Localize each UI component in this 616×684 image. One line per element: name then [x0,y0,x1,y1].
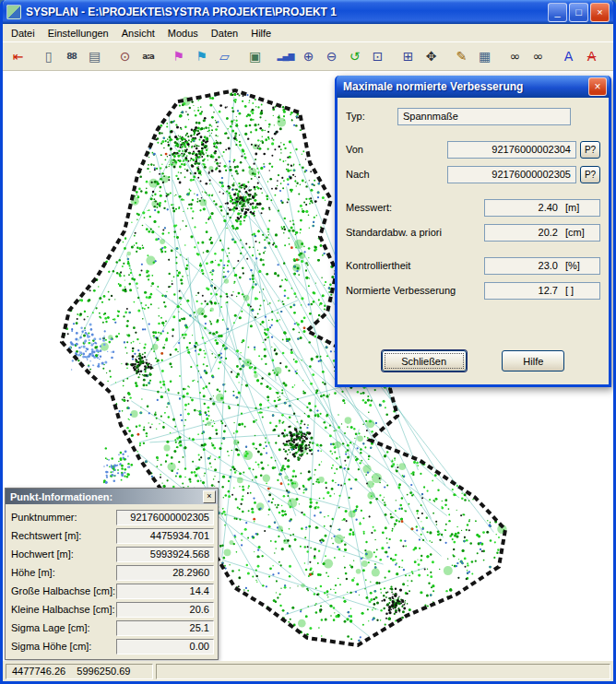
panel-title: Punkt-Informationen: [10,491,203,502]
pinfo-label-sigma-hoehe: Sigma Höhe [cm]: [11,641,116,652]
field-normierte-verbesserung: 12.7[ ] [484,282,600,300]
polygon-select-icon[interactable]: ▱ [213,45,236,67]
pan-icon[interactable]: ✥ [420,45,443,67]
menubar: DateiEinstellungenAnsichtModusDatenHilfe [3,24,613,42]
field-messwert: 2.40[m] [484,199,600,217]
label-standardabw-a-priori: Standardabw. a priori [346,227,484,238]
p-lookup-von-button[interactable]: P? [580,141,600,159]
text-icon[interactable]: A [557,45,580,67]
window-controls: _□× [548,3,610,22]
pinfo-value-punktnummer: 92176000002305 [116,510,214,525]
field-von: 92176000002304 [447,141,576,159]
minimize-button[interactable]: _ [548,3,567,22]
dialog-close-button[interactable]: × [588,77,607,96]
pinfo-row-hoehe: Höhe [m]:28.2960 [11,563,214,582]
label-typ: Typ: [346,111,397,122]
label-messwert: Messwert: [346,202,484,213]
dialog-row-standardabw-a-priori: Standardabw. a priori20.2[cm] [346,223,600,242]
labels-icon[interactable]: a:a [136,45,160,67]
dialog-buttons: Schließen Hilfe [346,350,600,373]
punkt-informationen-panel: Punkt-Informationen: × Punktnummer:92176… [5,488,219,660]
find-next-icon[interactable]: ∞ [527,45,550,67]
tag-cyan-icon[interactable]: ⚑ [190,45,213,67]
dialog-row-messwert: Messwert:2.40[m] [346,198,600,217]
menu-modus[interactable]: Modus [161,26,205,41]
measure-icon[interactable]: ✎ [450,45,473,67]
pinfo-row-sigma-hoehe: Sigma Höhe [cm]:0.00 [11,637,214,655]
field-standardabw-a-priori: 20.2[cm] [484,224,600,242]
dialog-row-von: Von92176000002304P? [346,140,600,159]
menu-daten[interactable]: Daten [205,26,244,41]
panel-body: Punktnummer:92176000002305Rechtswert [m]… [6,504,218,659]
pinfo-row-hochwert: Hochwert [m]:5993924.568 [11,545,214,563]
dialog-titlebar[interactable]: Maximale normierte Verbesserung × [337,76,610,98]
zoom-window-icon[interactable]: ⊡ [366,45,389,67]
pinfo-row-rechtswert: Rechtswert [m]:4475934.701 [11,526,214,545]
tag-magenta-icon[interactable]: ⚑ [167,45,190,67]
new-document-icon[interactable]: ▯ [37,45,60,67]
menu-ansicht[interactable]: Ansicht [115,26,161,41]
panel-titlebar[interactable]: Punkt-Informationen: × [6,489,218,504]
pinfo-row-punktnummer: Punktnummer:92176000002305 [11,508,214,526]
window-title: SYSPLAN - E:\PROJEKTE\SYSTRA PROJEKTE\PR… [26,6,548,18]
pinfo-label-punktnummer: Punktnummer: [11,512,116,523]
pinfo-value-sigma-lage: 25.1 [116,620,214,636]
statusbar: 4477746.26 5996250.69 [3,661,613,681]
pinfo-label-kleine-halbachse: Kleine Halbachse [cm]: [11,604,116,615]
field-typ: Spannmaße [397,108,571,125]
map-area[interactable]: Maximale normierte Verbesserung × Typ:Sp… [3,71,613,661]
pinfo-value-kleine-halbachse: 20.6 [116,602,214,618]
histogram-icon[interactable]: ▂▄▆ [274,45,297,67]
field-nach: 92176000002305 [447,166,576,183]
field-kontrolliertheit: 23.0[%] [484,257,600,275]
dialog-row-nach: Nach92176000002305P? [346,165,600,183]
schliessen-button[interactable]: Schließen [382,350,467,371]
dialog-row-normierte-verbesserung: Normierte Verbesserung12.7[ ] [346,281,600,300]
menu-einstellungen[interactable]: Einstellungen [41,26,115,41]
panel-close-button[interactable]: × [203,490,216,503]
dialog-body: Typ:SpannmaßeVon92176000002304P?Nach9217… [338,98,609,384]
toolbar: ⇤▯88▤⊙a:a⚑⚑▱▣▂▄▆⊕⊖↺⊡⊞✥✎▦∞∞AA [3,42,613,71]
close-button[interactable]: × [590,3,610,22]
maximize-button[interactable]: □ [569,3,588,22]
zoom-page-icon[interactable]: ⊞ [397,45,420,67]
label-von: Von [346,144,447,155]
pinfo-row-kleine-halbachse: Kleine Halbachse [cm]:20.6 [11,600,214,619]
dialog-row-typ: Typ:Spannmaße [346,107,600,125]
pinfo-value-grosse-halbachse: 14.4 [116,584,214,599]
pinfo-label-sigma-lage: Sigma Lage [cm]: [11,622,116,633]
pinfo-value-hochwert: 5993924.568 [116,547,214,562]
hilfe-button[interactable]: Hilfe [502,350,564,371]
label-kontrolliertheit: Kontrolliertheit [346,260,484,271]
screen-edit-icon[interactable]: ▦ [473,45,496,67]
statusbar-spacer [156,664,610,679]
pinfo-value-hoehe: 28.2960 [116,565,214,581]
search-point-icon[interactable]: ⊙ [113,45,136,67]
undo-icon[interactable]: ↺ [343,45,366,67]
menu-datei[interactable]: Datei [5,26,41,41]
dialog-row-kontrolliertheit: Kontrolliertheit23.0[%] [346,256,600,275]
p-lookup-nach-button[interactable]: P? [580,166,600,183]
point-list-icon[interactable]: 88 [60,45,83,67]
menu-hilfe[interactable]: Hilfe [244,26,278,41]
pinfo-value-rechtswert: 4475934.701 [116,528,214,544]
print-icon[interactable]: ▤ [83,45,106,67]
app-window: SYSPLAN - E:\PROJEKTE\SYSTRA PROJEKTE\PR… [0,0,616,684]
zoom-out-icon[interactable]: ⊖ [320,45,343,67]
titlebar[interactable]: SYSPLAN - E:\PROJEKTE\SYSTRA PROJEKTE\PR… [3,0,613,24]
no-text-icon[interactable]: A [580,45,603,67]
pinfo-label-rechtswert: Rechtswert [m]: [11,530,116,541]
dialog-title: Maximale normierte Verbesserung [343,80,588,93]
pinfo-row-sigma-lage: Sigma Lage [cm]:25.1 [11,619,214,637]
label-nach: Nach [346,169,447,180]
pinfo-label-hochwert: Hochwert [m]: [11,548,116,560]
label-normierte-verbesserung: Normierte Verbesserung [346,285,484,296]
snapshot-icon[interactable]: ▣ [243,45,267,67]
zoom-in-icon[interactable]: ⊕ [297,45,320,67]
pinfo-value-sigma-hoehe: 0.00 [116,639,214,655]
exit-icon[interactable]: ⇤ [6,45,30,67]
app-icon [6,5,21,19]
find-icon[interactable]: ∞ [503,45,527,67]
statusbar-coordinates: 4477746.26 5996250.69 [6,664,153,679]
pinfo-row-grosse-halbachse: Große Halbachse [cm]:14.4 [11,582,214,600]
